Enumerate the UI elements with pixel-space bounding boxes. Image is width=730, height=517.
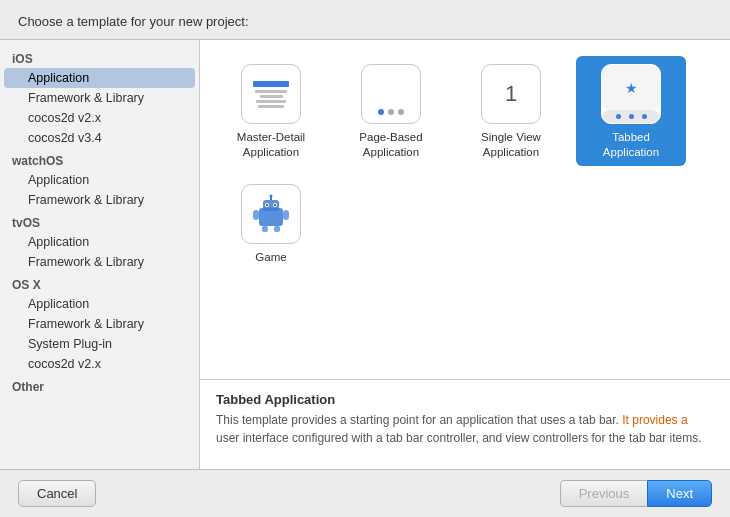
template-label-master-detail: Master-DetailApplication [237,130,305,160]
template-label-page-based: Page-BasedApplication [359,130,422,160]
template-icon-single-view: 1 [481,64,541,124]
sidebar-item-osx-cocos2d[interactable]: cocos2d v2.x [4,354,195,374]
template-master-detail[interactable]: Master-DetailApplication [216,56,326,166]
previous-button[interactable]: Previous [560,480,648,507]
svg-rect-8 [262,226,268,232]
dialog-body: iOS Application Framework & Library coco… [0,39,730,470]
template-page-based[interactable]: Page-BasedApplication [336,56,446,166]
template-icon-tabbed: ★ [601,64,661,124]
sidebar-group-tvos: tvOS [0,210,199,232]
svg-rect-11 [283,210,289,220]
svg-rect-10 [253,210,259,220]
template-label-single-view: Single ViewApplication [481,130,541,160]
description-text: This template provides a starting point … [216,411,714,447]
template-game[interactable]: Game [216,176,326,271]
sidebar-item-tv-application[interactable]: Application [4,232,195,252]
template-grid: Master-DetailApplication Page-BasedAppli… [200,40,730,379]
sidebar-item-watch-framework[interactable]: Framework & Library [4,190,195,210]
game-robot-svg [251,194,291,234]
single-view-number-icon: 1 [505,81,517,107]
sidebar-item-ios-cocos2d-v3[interactable]: cocos2d v3.4 [4,128,195,148]
sidebar-group-osx: OS X [0,272,199,294]
dialog-footer: Cancel Previous Next [0,470,730,517]
description-highlight: It provides a [622,413,687,427]
sidebar-item-tv-framework[interactable]: Framework & Library [4,252,195,272]
template-label-game: Game [255,250,286,265]
star-icon: ★ [625,80,638,96]
svg-rect-9 [274,226,280,232]
template-icon-game [241,184,301,244]
sidebar: iOS Application Framework & Library coco… [0,40,200,469]
description-title: Tabbed Application [216,392,714,407]
svg-point-4 [266,204,268,206]
sidebar-item-ios-framework[interactable]: Framework & Library [4,88,195,108]
template-icon-master-detail [241,64,301,124]
sidebar-group-other: Other [0,374,199,396]
cancel-button[interactable]: Cancel [18,480,96,507]
template-icon-page-based [361,64,421,124]
sidebar-item-watch-application[interactable]: Application [4,170,195,190]
next-button[interactable]: Next [647,480,712,507]
header-title: Choose a template for your new project: [18,14,249,29]
dialog-header: Choose a template for your new project: [0,0,730,39]
svg-point-7 [270,194,273,197]
svg-point-5 [274,204,276,206]
sidebar-item-osx-plugin[interactable]: System Plug-in [4,334,195,354]
template-tabbed[interactable]: ★ TabbedApplication [576,56,686,166]
sidebar-item-ios-application[interactable]: Application [4,68,195,88]
sidebar-item-osx-framework[interactable]: Framework & Library [4,314,195,334]
template-label-tabbed: TabbedApplication [603,130,659,160]
sidebar-item-osx-application[interactable]: Application [4,294,195,314]
template-single-view[interactable]: 1 Single ViewApplication [456,56,566,166]
nav-button-group: Previous Next [560,480,712,507]
sidebar-group-watchos: watchOS [0,148,199,170]
sidebar-item-ios-cocos2d-v2[interactable]: cocos2d v2.x [4,108,195,128]
content-area: Master-DetailApplication Page-BasedAppli… [200,40,730,469]
description-area: Tabbed Application This template provide… [200,379,730,469]
sidebar-group-ios: iOS [0,46,199,68]
